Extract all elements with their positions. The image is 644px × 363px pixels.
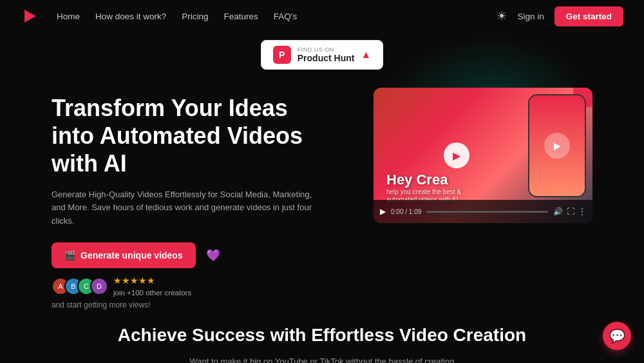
avatar-4: D	[90, 277, 108, 295]
nav-pricing[interactable]: Pricing	[182, 12, 208, 21]
avatars: A B C D	[52, 277, 108, 295]
phone-screen: ▶	[529, 95, 585, 196]
product-hunt-bar: P FIND US ON Product Hunt ▲	[0, 32, 644, 75]
join-text: join +100 other creators	[113, 289, 191, 297]
bottom-section: Achieve Success with Effortless Video Cr…	[0, 309, 644, 363]
nav-home[interactable]: Home	[57, 12, 80, 21]
star-rating: ★★★★★	[113, 275, 191, 288]
video-play-button[interactable]: ▶	[444, 142, 469, 168]
product-hunt-text: FIND US ON Product Hunt	[298, 46, 355, 63]
video-phone: ▶	[528, 94, 586, 197]
video-controls: ▶ 0:00 / 1:09 🔊 ⛶ ⋮	[374, 200, 592, 223]
svg-marker-0	[24, 10, 36, 23]
nav-features[interactable]: Features	[224, 12, 258, 21]
hero-left: Transform Your Ideas into Automated Vide…	[52, 88, 322, 309]
nav-left: Home How does it work? Pricing Features …	[21, 7, 297, 25]
ph-arrow-icon: ▲	[361, 49, 371, 61]
bottom-text: Want to make it big on YouTube or TikTok…	[180, 355, 464, 363]
chat-bubble-icon: 💬	[609, 328, 625, 344]
phone-play-icon: ▶	[544, 133, 570, 159]
more-options-icon[interactable]: ⋮	[578, 207, 586, 216]
generate-button[interactable]: 🎬 Generate unique videos	[52, 242, 196, 268]
get-started-button[interactable]: Get started	[554, 6, 623, 26]
navbar: Home How does it work? Pricing Features …	[0, 0, 644, 32]
play-icon[interactable]: ▶	[380, 207, 386, 216]
generate-icon: 🎬	[64, 250, 75, 260]
video-overlay-text: Hey Crea help you create the best & auto…	[386, 172, 461, 204]
nav-faqs[interactable]: FAQ's	[274, 12, 297, 21]
nav-right: ☀ Sign in Get started	[497, 6, 623, 26]
heart-icon: 💜	[206, 248, 220, 262]
hero-section: Transform Your Ideas into Automated Vide…	[0, 75, 644, 309]
video-text-line2: help you create the best &	[386, 188, 461, 196]
logo-icon[interactable]	[21, 7, 39, 25]
video-time: 0:00 / 1:09	[391, 208, 421, 215]
chat-bubble[interactable]: 💬	[603, 322, 631, 350]
video-control-icons: 🔊 ⛶ ⋮	[553, 207, 586, 216]
social-text: ★★★★★ join +100 other creators	[113, 275, 191, 298]
hero-title: Transform Your Ideas into Automated Vide…	[52, 94, 322, 178]
hero-right: Hey Crea help you create the best & auto…	[374, 88, 592, 223]
video-card: Hey Crea help you create the best & auto…	[374, 88, 592, 223]
product-hunt-icon: P	[273, 46, 291, 64]
nav-links: Home How does it work? Pricing Features …	[57, 12, 297, 21]
video-text-line1: Hey Crea	[386, 172, 461, 188]
social-proof: A B C D ★★★★★ join +100 other creators	[52, 275, 322, 298]
hero-cta-row: 🎬 Generate unique videos 💜	[52, 242, 322, 268]
generate-label: Generate unique videos	[80, 250, 183, 260]
sign-in-button[interactable]: Sign in	[517, 12, 544, 21]
nav-how[interactable]: How does it work?	[95, 12, 166, 21]
theme-toggle-icon[interactable]: ☀	[497, 9, 507, 23]
and-start-text: and start getting more views!	[52, 300, 322, 309]
hero-subtitle: Generate High-Quality Videos Effortlessl…	[52, 188, 322, 228]
volume-icon[interactable]: 🔊	[553, 207, 563, 216]
product-hunt-badge[interactable]: P FIND US ON Product Hunt ▲	[261, 40, 384, 70]
ph-name-label: Product Hunt	[298, 53, 355, 63]
video-progress[interactable]	[426, 211, 548, 213]
ph-find-label: FIND US ON	[298, 46, 355, 53]
fullscreen-icon[interactable]: ⛶	[567, 207, 574, 216]
bottom-title: Achieve Success with Effortless Video Cr…	[26, 325, 618, 346]
